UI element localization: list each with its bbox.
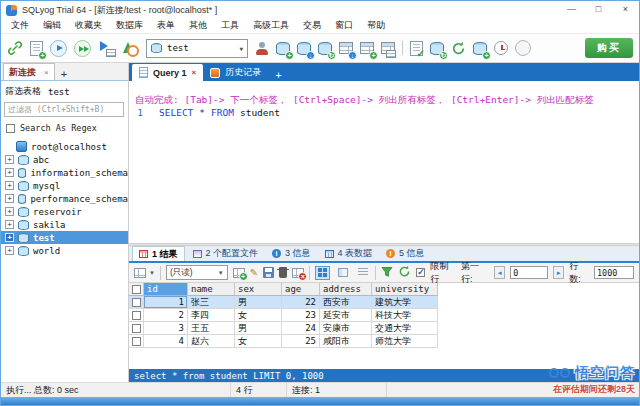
cell-age[interactable]: 23 (282, 309, 320, 322)
text-view-toggle[interactable] (355, 266, 370, 280)
format-query-icon[interactable] (410, 39, 423, 57)
save-changes-icon[interactable] (263, 267, 274, 278)
menu-item-tools[interactable]: 工具 (214, 19, 246, 32)
tree-item-sakila[interactable]: + sakila (1, 218, 128, 231)
cell-address[interactable]: 西安市 (320, 296, 372, 309)
column-header-age[interactable]: age (282, 283, 320, 296)
cell-university[interactable]: 交通大学 (372, 322, 438, 335)
expand-icon[interactable]: + (5, 181, 14, 190)
sql-editor[interactable]: 自动完成: [Tab]-> 下一个标签， [Ctrl+Space]-> 列出所有… (129, 81, 639, 243)
column-header-id[interactable]: id (144, 283, 188, 296)
database-selector[interactable]: test (146, 39, 248, 58)
expand-icon[interactable]: + (5, 168, 14, 177)
connect-icon[interactable] (7, 39, 23, 57)
new-query-editor-icon[interactable] (30, 39, 43, 57)
execute-to-grid-icon[interactable] (98, 39, 115, 57)
tree-item-abc[interactable]: + abc (1, 153, 128, 166)
new-connection-tab-icon[interactable]: + (55, 68, 73, 80)
menu-item-database[interactable]: 数据库 (109, 19, 150, 32)
cell-university[interactable]: 科技大学 (372, 309, 438, 322)
alter-table-icon[interactable] (360, 39, 374, 57)
delete-row-icon[interactable] (279, 267, 288, 278)
column-header-university[interactable]: university (372, 283, 438, 296)
edit-row-icon[interactable] (250, 268, 258, 278)
expand-icon[interactable]: + (5, 207, 14, 216)
cell-id[interactable]: 3 (144, 322, 188, 335)
execute-all-queries-icon[interactable] (74, 39, 91, 57)
tree-item-mysql[interactable]: + mysql (1, 179, 128, 192)
row-checkbox[interactable] (132, 298, 141, 307)
tab-info[interactable]: 5 信息 (380, 246, 431, 261)
cell-sex[interactable]: 男 (235, 296, 282, 309)
table-row[interactable]: 3 王五 男 24 安康市 交通大学 (129, 322, 639, 335)
cell-name[interactable]: 张三 (188, 296, 235, 309)
menu-item-others[interactable]: 其他 (182, 19, 214, 32)
menu-item-table[interactable]: 表单 (150, 19, 182, 32)
select-all-cell[interactable] (129, 283, 144, 296)
row-checkbox[interactable] (132, 337, 141, 346)
row-checkbox[interactable] (132, 311, 141, 320)
table-filter-input[interactable] (4, 102, 124, 117)
insert-row-icon[interactable] (233, 268, 245, 278)
notifications-icon[interactable] (515, 40, 531, 56)
sync-database-icon[interactable] (430, 39, 444, 57)
cell-university[interactable]: 建筑大学 (372, 296, 438, 309)
tab-messages[interactable]: 3 信息 (266, 246, 317, 261)
expand-icon[interactable]: + (5, 220, 14, 229)
cell-id[interactable]: 2 (144, 309, 188, 322)
tree-item-reservoir[interactable]: + reservoir (1, 205, 128, 218)
first-row-input[interactable] (510, 266, 548, 279)
regex-checkbox[interactable] (6, 124, 15, 133)
close-button[interactable]: × (612, 2, 639, 18)
cell-sex[interactable]: 男 (235, 322, 282, 335)
refresh-database-icon[interactable] (318, 39, 332, 57)
tree-item-performance-schema[interactable]: + performance_schema (1, 192, 128, 205)
cell-id[interactable]: 4 (144, 335, 188, 348)
menu-item-favorites[interactable]: 收藏夹 (68, 19, 109, 32)
table-row[interactable]: 2 李四 女 23 延安市 科技大学 (129, 309, 639, 322)
create-database-icon[interactable] (276, 39, 290, 57)
cell-name[interactable]: 李四 (188, 309, 235, 322)
cell-sex[interactable]: 女 (235, 309, 282, 322)
tree-item-information-schema[interactable]: + information_schema (1, 166, 128, 179)
tab-query-1[interactable]: Query 1 × (132, 64, 203, 81)
menu-item-edit[interactable]: 编辑 (36, 19, 68, 32)
grid-options-chevron-icon[interactable] (149, 270, 155, 276)
menu-item-powertools[interactable]: 高级工具 (246, 19, 296, 32)
cell-age[interactable]: 25 (282, 335, 320, 348)
connection-tab[interactable]: 新连接 × (3, 63, 55, 80)
backup-database-icon[interactable] (473, 39, 487, 57)
refresh-icon[interactable] (451, 39, 466, 57)
connection-tab-close-icon[interactable]: × (44, 68, 49, 77)
query-tab-close-icon[interactable]: × (192, 68, 197, 77)
expand-icon[interactable]: + (5, 233, 14, 242)
cell-sex[interactable]: 女 (235, 335, 282, 348)
tab-result[interactable]: 1 结果 (132, 246, 185, 261)
copy-table-icon[interactable] (381, 39, 395, 57)
maximize-button[interactable]: □ (585, 2, 612, 18)
limit-rows-checkbox[interactable] (416, 268, 425, 277)
cell-address[interactable]: 安康市 (320, 322, 372, 335)
edit-mode-select[interactable]: (只读) (166, 265, 228, 280)
cell-name[interactable]: 王五 (188, 322, 235, 335)
select-all-checkbox[interactable] (132, 285, 141, 294)
grid-view-toggle[interactable] (315, 266, 330, 280)
cell-age[interactable]: 22 (282, 296, 320, 309)
new-query-tab-icon[interactable]: + (268, 69, 288, 81)
filter-icon[interactable] (381, 266, 393, 280)
expand-icon[interactable]: + (5, 194, 14, 203)
create-table-icon[interactable] (339, 39, 353, 57)
first-row-increment-icon[interactable] (553, 266, 564, 279)
tree-item-world[interactable]: + world (1, 244, 128, 257)
query-profiler-icon[interactable] (122, 39, 139, 57)
buy-button[interactable]: 购买 (585, 38, 633, 58)
tab-table-data[interactable]: 4 表数据 (319, 246, 379, 261)
menu-item-help[interactable]: 帮助 (360, 19, 392, 32)
table-row[interactable]: 4 赵六 女 25 咸阳市 师范大学 (129, 335, 639, 348)
refresh-grid-icon[interactable] (398, 265, 411, 280)
row-count-input[interactable] (594, 266, 634, 279)
cell-university[interactable]: 师范大学 (372, 335, 438, 348)
menu-item-file[interactable]: 文件 (4, 19, 36, 32)
column-header-address[interactable]: address (320, 283, 372, 296)
tree-item-connection[interactable]: root@localhost (1, 140, 128, 153)
